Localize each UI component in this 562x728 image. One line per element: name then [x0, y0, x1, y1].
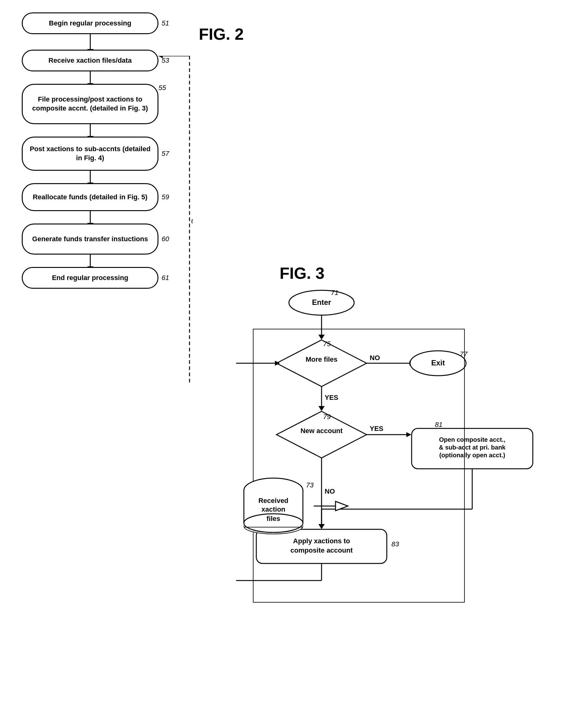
page: FIG. 2 Begin regular processing 51 Recei… — [0, 0, 562, 728]
arrow-57-59 — [90, 171, 91, 183]
svg-text:81: 81 — [435, 421, 442, 428]
svg-marker-21 — [276, 411, 367, 458]
svg-text:New account: New account — [301, 427, 343, 435]
node-file-processing: File processing/post xactions to composi… — [22, 84, 158, 124]
svg-text:77: 77 — [460, 350, 468, 358]
svg-text:Exit: Exit — [431, 359, 445, 367]
svg-marker-9 — [276, 340, 367, 387]
svg-text:63: 63 — [191, 217, 193, 225]
node-reallocate-funds: Reallocate funds (detailed in Fig. 5) — [22, 183, 158, 211]
svg-text:files: files — [266, 515, 280, 522]
fig3-title: FIG. 3 — [279, 264, 324, 283]
node-begin-regular-processing: Begin regular processing — [22, 12, 158, 34]
svg-marker-19 — [319, 406, 325, 411]
feedback-line-63: 63 — [155, 56, 193, 388]
svg-text:xaction: xaction — [261, 505, 285, 513]
svg-text:75: 75 — [323, 340, 331, 348]
fig3-received-xaction-files: Received xaction files 73 — [236, 475, 317, 537]
svg-text:Received: Received — [258, 497, 289, 504]
svg-marker-38 — [319, 524, 325, 529]
node-receive-xaction-files: Receive xaction files/data — [22, 50, 158, 71]
fig2-title: FIG. 2 — [199, 25, 243, 43]
arrow-51-53 — [90, 34, 91, 50]
svg-text:79: 79 — [323, 413, 331, 421]
arrow-53-55 — [90, 71, 91, 84]
node-end-regular-processing: End regular processing — [22, 267, 158, 289]
arrow-73-fig3 — [314, 497, 351, 515]
svg-text:YES: YES — [325, 394, 338, 401]
svg-text:73: 73 — [306, 481, 314, 489]
svg-text:More files: More files — [306, 355, 338, 363]
svg-marker-62 — [336, 501, 348, 511]
arrow-55-57 — [90, 124, 91, 137]
svg-text:composite account: composite account — [291, 546, 353, 554]
svg-text:Enter: Enter — [312, 298, 331, 306]
fig2-flowchart: Begin regular processing 51 Receive xact… — [22, 12, 169, 289]
arrow-59-60 — [90, 211, 91, 224]
svg-text:& sub-acct at pri. bank: & sub-acct at pri. bank — [439, 444, 506, 451]
svg-text:(optionally open acct.): (optionally open acct.) — [439, 452, 505, 459]
svg-text:NO: NO — [370, 354, 380, 362]
svg-text:71: 71 — [331, 289, 338, 296]
svg-text:NO: NO — [325, 487, 335, 495]
svg-text:83: 83 — [392, 540, 399, 548]
svg-marker-25 — [406, 432, 411, 437]
svg-text:Open composite acct.,: Open composite acct., — [439, 436, 505, 443]
svg-marker-8 — [319, 335, 325, 340]
node-generate-funds-transfer: Generate funds transfer instuctions — [22, 224, 158, 255]
svg-text:Apply xactions to: Apply xactions to — [293, 537, 350, 545]
arrow-60-61 — [90, 255, 91, 267]
svg-text:YES: YES — [370, 425, 383, 432]
node-post-xactions-sub: Post xactions to sub-accnts (detailed in… — [22, 137, 158, 171]
